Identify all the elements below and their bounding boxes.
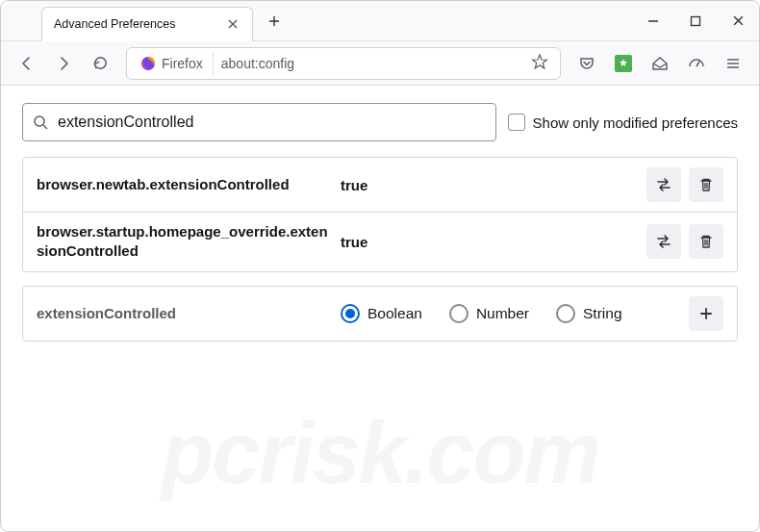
toggle-button[interactable]	[646, 167, 681, 202]
menu-button[interactable]	[717, 47, 749, 80]
pref-name: browser.newtab.extensionControlled	[37, 175, 333, 194]
bookmark-star-icon[interactable]	[523, 53, 556, 74]
delete-button[interactable]	[689, 167, 723, 202]
tab-title: Advanced Preferences	[54, 17, 225, 31]
search-row: Show only modified preferences	[22, 103, 738, 141]
reload-button[interactable]	[84, 47, 116, 80]
pref-name: browser.startup.homepage_override.extens…	[37, 222, 333, 262]
close-tab-icon[interactable]	[225, 16, 241, 32]
mail-icon[interactable]	[644, 47, 676, 80]
maximize-button[interactable]	[674, 1, 717, 41]
minimize-button[interactable]	[632, 1, 674, 41]
radio-label: String	[583, 305, 622, 322]
plus-icon	[698, 306, 714, 321]
pref-value: true	[333, 177, 646, 193]
url-text: about:config	[214, 56, 523, 71]
new-pref-row: extensionControlled Boolean Number Strin…	[22, 286, 738, 342]
watermark: pcrisk.com	[0, 404, 760, 503]
search-box[interactable]	[22, 103, 496, 141]
radio-number[interactable]: Number	[449, 304, 529, 323]
pocket-icon[interactable]	[570, 47, 603, 80]
pref-row: browser.newtab.extensionControlled true	[23, 158, 737, 213]
content-area: Show only modified preferences browser.n…	[1, 86, 759, 359]
radio-icon	[341, 304, 360, 323]
toggle-icon	[655, 176, 672, 193]
show-modified-checkbox[interactable]: Show only modified preferences	[508, 114, 738, 131]
radio-label: Number	[476, 305, 529, 322]
dashboard-icon[interactable]	[680, 47, 713, 80]
extension-icon[interactable]: ★	[607, 47, 640, 80]
toggle-button[interactable]	[646, 224, 681, 259]
checkbox-icon[interactable]	[508, 114, 525, 131]
url-bar[interactable]: Firefox about:config	[126, 47, 561, 80]
add-button[interactable]	[689, 296, 723, 331]
radio-string[interactable]: String	[556, 304, 622, 323]
trash-icon	[698, 177, 714, 192]
browser-tab[interactable]: Advanced Preferences	[41, 7, 253, 41]
back-button[interactable]	[11, 47, 43, 80]
trash-icon	[698, 234, 714, 249]
search-input[interactable]	[58, 114, 486, 131]
radio-boolean[interactable]: Boolean	[341, 304, 422, 323]
checkbox-label: Show only modified preferences	[533, 114, 738, 131]
delete-button[interactable]	[689, 224, 723, 259]
radio-icon	[556, 304, 575, 323]
new-pref-name: extensionControlled	[37, 305, 333, 321]
close-window-button[interactable]	[717, 1, 759, 41]
forward-button[interactable]	[47, 47, 80, 80]
identity-box[interactable]: Firefox	[131, 51, 214, 76]
radio-icon	[449, 304, 469, 323]
svg-point-2	[35, 116, 44, 126]
toolbar: Firefox about:config ★	[1, 41, 759, 86]
type-radio-group: Boolean Number String	[333, 304, 689, 323]
firefox-icon	[140, 56, 156, 71]
svg-rect-0	[692, 16, 700, 25]
radio-label: Boolean	[367, 305, 422, 322]
toggle-icon	[655, 233, 672, 250]
prefs-table: browser.newtab.extensionControlled true …	[22, 157, 738, 272]
pref-row: browser.startup.homepage_override.extens…	[23, 213, 737, 271]
titlebar: Advanced Preferences	[1, 1, 759, 41]
pref-value: true	[333, 234, 646, 250]
new-tab-button[interactable]	[259, 6, 290, 37]
identity-label: Firefox	[162, 56, 203, 71]
search-icon	[33, 114, 48, 130]
